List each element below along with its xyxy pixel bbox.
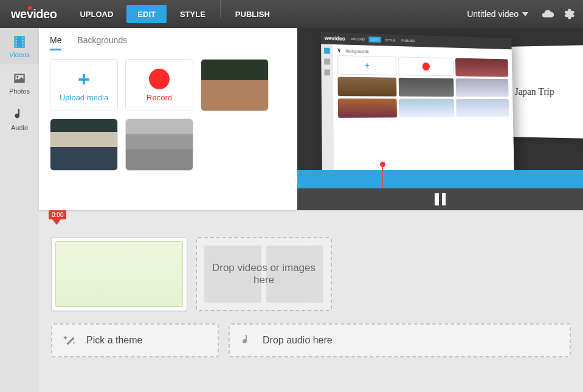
preview-panel: Japan Trip wevideo UPLOAD EDIT STYLE PUB… <box>297 28 583 210</box>
mini-tab-label: Backgrounds <box>345 49 368 53</box>
primary-nav: UPLOAD EDIT STYLE PUBLISH <box>67 0 281 28</box>
sidebar-label: Audio <box>11 124 28 131</box>
mini-plus-icon: + <box>365 61 370 70</box>
thumb-image <box>50 119 117 170</box>
timeline-lower: Pick a theme Drop audio here <box>51 323 571 357</box>
pick-theme-label: Pick a theme <box>86 335 142 346</box>
note-icon <box>240 333 254 348</box>
preview-controls <box>297 188 583 210</box>
mini-record-icon <box>423 63 430 70</box>
record-icon <box>149 69 170 89</box>
timeline: 0:00 Drop videos or images here Pick a t… <box>39 210 583 392</box>
preview-scrubber[interactable] <box>297 170 583 188</box>
content: Me Backgrounds + Upload media Record <box>39 28 583 392</box>
nav-edit[interactable]: EDIT <box>126 5 167 23</box>
record-button[interactable]: Record <box>125 59 193 111</box>
mini-nav-item: PUBLISH <box>399 38 418 44</box>
sidebar-item-photos[interactable]: Photos <box>0 64 39 101</box>
playhead-marker-icon <box>52 219 61 225</box>
preview-mini-app: wevideo UPLOAD EDIT STYLE PUBLISH <box>321 32 514 181</box>
nav-upload[interactable]: UPLOAD <box>69 5 124 23</box>
sidebar-label: Videos <box>9 51 29 58</box>
thumb-image <box>201 60 268 111</box>
sidebar-label: Photos <box>9 88 30 95</box>
nav-publish[interactable]: PUBLISH <box>224 5 281 23</box>
record-label: Record <box>147 93 172 102</box>
film-icon <box>12 34 27 50</box>
top-bar: wevideo UPLOAD EDIT STYLE PUBLISH Untitl… <box>0 0 583 28</box>
nav-style[interactable]: STYLE <box>169 5 216 23</box>
main: Videos Photos Audio Me Backgrounds + Upl… <box>0 28 583 392</box>
media-tab-backgrounds[interactable]: Backgrounds <box>77 35 127 50</box>
drop-audio-zone[interactable]: Drop audio here <box>229 323 571 357</box>
timeline-playhead[interactable]: 0:00 <box>49 210 66 225</box>
logo-text-c: ideo <box>33 7 57 21</box>
whiteboard-text: Japan Trip <box>515 86 554 97</box>
sidebar-item-audio[interactable]: Audio <box>0 101 39 137</box>
mini-nav-item: EDIT <box>369 36 381 43</box>
upload-label: Upload media <box>60 93 108 102</box>
project-title: Untitled video <box>467 9 519 19</box>
project-title-dropdown[interactable]: Untitled video <box>461 5 534 22</box>
media-grid: + Upload media Record <box>50 59 286 171</box>
playhead-time: 0:00 <box>49 210 66 219</box>
logo[interactable]: wevideo <box>0 7 67 21</box>
logo-text-a: we <box>11 7 27 21</box>
media-tabs: Me Backgrounds <box>50 35 286 50</box>
upper-area: Me Backgrounds + Upload media Record <box>39 28 583 210</box>
media-panel: Me Backgrounds + Upload media Record <box>39 28 297 210</box>
drop-audio-label: Drop audio here <box>263 335 333 346</box>
photo-icon <box>12 70 27 86</box>
mini-nav-item: UPLOAD <box>348 36 367 43</box>
cloud-icon[interactable] <box>540 7 555 21</box>
sidebar-item-videos[interactable]: Videos <box>0 28 39 64</box>
logo-dot-icon <box>28 6 32 10</box>
clip-thumbnail <box>55 241 183 307</box>
drop-media-zone[interactable]: Drop videos or images here <box>196 237 332 311</box>
drop-media-label: Drop videos or images here <box>208 262 320 286</box>
media-clip-thumbnail[interactable] <box>125 119 193 171</box>
sidebar: Videos Photos Audio <box>0 28 39 392</box>
chevron-down-icon <box>522 12 528 16</box>
nav-separator <box>220 0 221 18</box>
top-right: Untitled video <box>461 5 583 22</box>
gear-icon[interactable] <box>561 7 576 21</box>
media-tab-me[interactable]: Me <box>50 35 61 50</box>
media-clip-thumbnail[interactable] <box>201 59 269 111</box>
video-track[interactable]: Drop videos or images here <box>51 237 571 311</box>
plus-icon: + <box>78 69 90 89</box>
mini-logo: wevideo <box>325 35 345 42</box>
wand-icon <box>62 332 78 348</box>
pick-theme-button[interactable]: Pick a theme <box>51 323 219 357</box>
pause-button[interactable] <box>435 193 446 205</box>
cursor-icon <box>337 48 342 53</box>
thumb-image <box>126 119 193 170</box>
timeline-clip[interactable] <box>51 237 187 311</box>
note-icon <box>12 107 27 123</box>
upload-media-button[interactable]: + Upload media <box>50 59 118 111</box>
media-clip-thumbnail[interactable] <box>50 119 118 171</box>
mini-nav-item: STYLE <box>382 37 398 43</box>
